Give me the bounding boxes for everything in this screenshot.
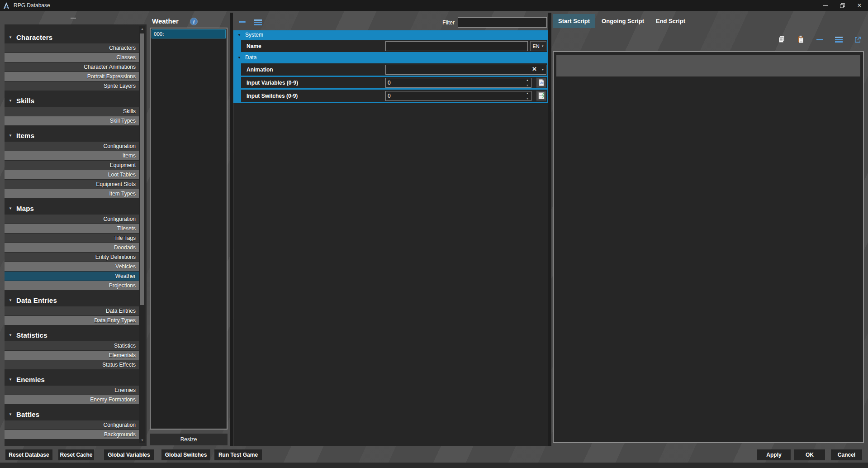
apply-button[interactable]: Apply	[757, 449, 791, 460]
sidebar-section-enemies[interactable]: ▼Enemies	[5, 375, 139, 384]
sidebar-section-battles[interactable]: ▼Battles	[5, 410, 139, 419]
menu-icon[interactable]	[254, 19, 262, 25]
script-editor[interactable]	[553, 51, 864, 443]
collapse-all-icon[interactable]	[239, 21, 246, 23]
sidebar-item-data-entry-types[interactable]: Data Entry Types	[5, 316, 139, 325]
sidebar-item-equipment[interactable]: Equipment	[5, 161, 139, 170]
close-button[interactable]: ✕	[851, 0, 868, 11]
sidebar-section-label: Battles	[16, 411, 39, 418]
filter-input[interactable]	[458, 17, 547, 28]
list-item[interactable]: 000:	[152, 29, 226, 38]
entry-list[interactable]: 000:	[150, 28, 228, 430]
clear-icon[interactable]: ✕	[532, 66, 537, 72]
info-icon[interactable]: i	[190, 18, 198, 25]
restore-button[interactable]	[834, 0, 851, 11]
sidebar-collapse-button[interactable]	[69, 15, 78, 21]
sidebar-item-skill-types[interactable]: Skill Types	[5, 116, 139, 125]
tab-ongoing-script[interactable]: Ongoing Script	[596, 14, 650, 28]
sidebar-item-sprite-layers[interactable]: Sprite Layers	[5, 81, 139, 91]
chevron-down-icon: ▼	[9, 204, 12, 213]
reset-database-button[interactable]: Reset Database	[5, 449, 52, 460]
sidebar-item-tile-tags[interactable]: Tile Tags	[5, 234, 139, 243]
sidebar-item-vehicles[interactable]: Vehicles	[5, 262, 139, 271]
script-header-strip	[556, 55, 860, 76]
tab-end-script[interactable]: End Script	[650, 14, 691, 28]
sidebar-item-tilesets[interactable]: Tilesets	[5, 224, 139, 233]
global-variables-button[interactable]: Global Variables	[104, 449, 154, 460]
sidebar-item-loot-tables[interactable]: Loot Tables	[5, 170, 139, 179]
sidebar-item-enemy-formations[interactable]: Enemy Formations	[5, 395, 139, 404]
reset-cache-button[interactable]: Reset Cache	[58, 449, 94, 460]
sidebar-item-configuration[interactable]: Configuration	[5, 215, 139, 224]
sidebar-item-characters[interactable]: Characters	[5, 43, 139, 53]
spinner-arrows[interactable]: ▲▼	[525, 78, 530, 87]
chevron-down-icon: ▼	[9, 296, 12, 305]
sidebar-section-maps[interactable]: ▼Maps	[5, 204, 139, 213]
sidebar-section-skills[interactable]: ▼Skills	[5, 96, 139, 105]
chevron-down-icon[interactable]: ▼	[541, 68, 544, 71]
scroll-up-icon[interactable]: ▲	[139, 26, 145, 32]
language-select[interactable]: EN ▼	[530, 41, 546, 51]
panel-divider-left[interactable]	[230, 13, 233, 446]
spinner-arrows[interactable]: ▲▼	[525, 91, 530, 100]
tab-start-script[interactable]: Start Script	[553, 14, 595, 28]
scroll-down-icon[interactable]: ▼	[139, 438, 145, 443]
sidebar-scrollbar[interactable]: ▲ ▼	[139, 26, 145, 443]
cancel-button[interactable]: Cancel	[831, 449, 862, 460]
ok-button[interactable]: OK	[794, 449, 825, 460]
group-header-data[interactable]: ▼ Data	[233, 53, 548, 62]
input-variables-spinner[interactable]	[385, 78, 531, 88]
panel-divider-right[interactable]	[548, 13, 551, 446]
external-link-icon	[854, 36, 862, 43]
script-menu-button[interactable]	[834, 35, 844, 44]
sidebar-item-classes[interactable]: Classes	[5, 53, 139, 62]
sidebar-item-weather[interactable]: Weather	[5, 272, 139, 281]
sidebar-item-backgrounds[interactable]: Backgrounds	[5, 430, 139, 439]
sidebar-item-projections[interactable]: Projections	[5, 281, 139, 290]
sidebar-item-items[interactable]: Items	[5, 151, 139, 160]
sidebar-item-configuration[interactable]: Configuration	[5, 142, 139, 151]
sidebar-section-label: Items	[16, 132, 34, 139]
sidebar-item-enemies[interactable]: Enemies	[5, 386, 139, 395]
scrollbar-thumb[interactable]	[140, 33, 144, 305]
open-external-button[interactable]	[853, 35, 863, 44]
minimize-button[interactable]	[816, 0, 834, 11]
sidebar-item-character-animations[interactable]: Character Animations	[5, 62, 139, 72]
sidebar-item-data-entries[interactable]: Data Entries	[5, 306, 139, 315]
run-test-game-button[interactable]: Run Test Game	[214, 449, 262, 460]
sidebar-section-label: Enemies	[16, 376, 45, 383]
sidebar-item-skills[interactable]: Skills	[5, 107, 139, 116]
resize-button[interactable]: Resize	[150, 434, 228, 445]
sidebar-item-statistics[interactable]: Statistics	[5, 341, 139, 350]
sidebar-item-item-types[interactable]: Item Types	[5, 189, 139, 198]
sidebar-item-elementals[interactable]: Elementals	[5, 351, 139, 360]
sidebar-item-portrait-expressions[interactable]: Portrait Expressions	[5, 72, 139, 81]
paste-button[interactable]	[796, 35, 806, 44]
titlebar: RPG Database ✕	[0, 0, 868, 11]
copy-icon	[778, 35, 786, 43]
animation-combobox[interactable]: ✕ ▼	[385, 65, 546, 75]
collapse-script-button[interactable]	[815, 35, 825, 44]
sidebar-section-items[interactable]: ▼Items	[5, 131, 139, 140]
input-switches-spinner[interactable]	[385, 91, 531, 101]
sidebar-item-entity-definitions[interactable]: Entity Definitions	[5, 253, 139, 262]
sidebar-section-label: Characters	[16, 33, 52, 41]
name-label: Name	[241, 43, 261, 49]
input-variables-label: Input Variables (0-9)	[241, 80, 298, 86]
sidebar-section-characters[interactable]: ▼Characters	[5, 33, 139, 42]
sidebar-item-equipment-slots[interactable]: Equipment Slots	[5, 180, 139, 189]
sidebar-section-data-entries[interactable]: ▼Data Entries	[5, 296, 139, 305]
sidebar-section-statistics[interactable]: ▼Statistics	[5, 330, 139, 340]
sidebar-item-doodads[interactable]: Doodads	[5, 243, 139, 252]
global-switches-button[interactable]: Global Switches	[161, 449, 210, 460]
variable-icon	[538, 79, 545, 86]
variable-picker-button[interactable]	[536, 77, 546, 88]
sidebar-item-status-effects[interactable]: Status Effects	[5, 360, 139, 369]
switch-picker-button[interactable]	[536, 91, 546, 101]
filter-label: Filter	[432, 19, 455, 26]
name-input[interactable]	[385, 41, 528, 51]
sidebar-item-configuration[interactable]: Configuration	[5, 420, 139, 430]
copy-button[interactable]	[777, 35, 787, 44]
sidebar-section-label: Statistics	[16, 331, 47, 339]
group-header-system[interactable]: ▼ System	[233, 30, 548, 40]
